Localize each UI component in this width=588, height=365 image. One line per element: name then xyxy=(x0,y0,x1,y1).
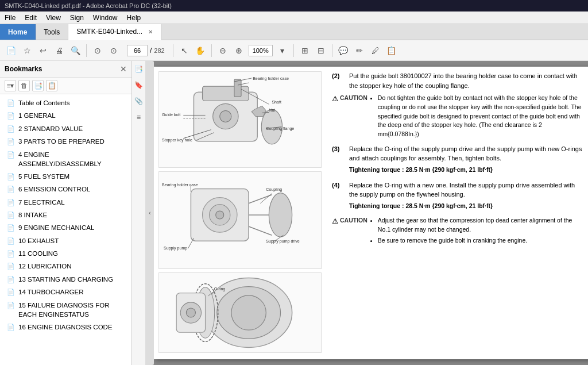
next-page-icon[interactable]: ⊙ xyxy=(107,44,120,57)
sidebar-item-16[interactable]: 📄 16 ENGINE DIAGNOSIS CODE xyxy=(0,321,131,333)
menu-edit[interactable]: Edit xyxy=(25,14,37,22)
menu-help[interactable]: Help xyxy=(127,14,141,22)
tab-home-label: Home xyxy=(8,28,27,36)
sidebar-item-12[interactable]: 📄 12 LUBRICATION xyxy=(0,260,131,272)
comment-icon[interactable]: 💬 xyxy=(337,44,350,57)
toolbar-sep-3 xyxy=(211,44,212,57)
toolbar: 📄 ☆ ↩ 🖨 🔍 ⊙ ⊙ / 282 ↖ ✋ ⊖ ⊕ ▾ ⊞ ⊟ 💬 ✏ 🖊 … xyxy=(0,40,588,61)
caution-1-icon: ⚠ xyxy=(332,94,338,104)
bookmark-icon-12: 📄 xyxy=(7,262,15,271)
sidebar-item-6[interactable]: 📄 6 EMISSION CONTROL xyxy=(0,183,131,195)
stamp-icon[interactable]: 📋 xyxy=(385,44,398,57)
sidebar-delete-btn[interactable]: 🗑 xyxy=(18,80,30,91)
menu-view[interactable]: View xyxy=(46,14,61,22)
zoom-in-btn-icon[interactable]: ⊕ xyxy=(233,44,245,57)
bookmark-icon-8: 📄 xyxy=(7,211,15,220)
sidebar-item-2[interactable]: 📄 2 STANDARD VALUE xyxy=(0,122,131,135)
sidebar-item-5[interactable]: 📄 5 FUEL SYSTEM xyxy=(0,170,131,183)
svg-line-26 xyxy=(249,195,272,203)
sidebar-item-7-label: 7 ELECTRICAL xyxy=(18,198,127,207)
sidebar-item-3-label: 3 PARTS TO BE PREPARED xyxy=(18,137,127,146)
zoom-input[interactable] xyxy=(249,45,273,56)
svg-point-45 xyxy=(186,308,195,317)
cursor-tool-icon[interactable]: ↖ xyxy=(178,44,191,57)
bookmark-icon-15: 📄 xyxy=(7,301,15,310)
sidebar-item-8[interactable]: 📄 8 INTAKE xyxy=(0,209,131,221)
page-nav: / 282 xyxy=(127,45,165,56)
pen-icon[interactable]: ✏ xyxy=(353,44,366,57)
bookmark-icon-7: 📄 xyxy=(7,198,15,207)
fit-page-icon[interactable]: ⊞ xyxy=(299,44,311,57)
sidebar-item-9[interactable]: 📄 9 ENGINE MECHANICAL xyxy=(0,221,131,234)
diagram-3-svg: O-ring xyxy=(159,273,321,352)
svg-text:Supply pump drive: Supply pump drive xyxy=(266,239,299,244)
tab-pdf[interactable]: SMTK-E040-Linked... ✕ xyxy=(68,24,161,40)
zoom-out-icon[interactable]: ⊖ xyxy=(216,44,229,57)
toolbar-sep-5 xyxy=(332,44,332,57)
sidebar-collapse-handle[interactable]: ‹ xyxy=(146,61,154,365)
panel-pages-icon[interactable]: 📑 xyxy=(133,63,145,75)
hand-tool-icon[interactable]: ✋ xyxy=(194,44,207,57)
step-3-block: (3) Replace the O-ring of the supply pum… xyxy=(332,144,585,177)
menu-sign[interactable]: Sign xyxy=(70,14,84,22)
tab-tools[interactable]: Tools xyxy=(36,24,68,40)
panel-layers-icon[interactable]: ≡ xyxy=(133,112,145,123)
menu-file[interactable]: File xyxy=(5,14,16,22)
sidebar-item-1[interactable]: 📄 1 GENERAL xyxy=(0,109,131,122)
svg-text:Bearing holder case: Bearing holder case xyxy=(253,76,289,81)
sidebar-item-7[interactable]: 📄 7 ELECTRICAL xyxy=(0,196,131,209)
sidebar-item-3[interactable]: 📄 3 PARTS TO BE PREPARED xyxy=(0,135,131,148)
sidebar-item-13[interactable]: 📄 13 STARTING AND CHARGING xyxy=(0,273,131,286)
bookmark-icon-10: 📄 xyxy=(7,237,15,245)
fit-width-icon[interactable]: ⊟ xyxy=(315,44,327,57)
pdf-area[interactable]: Bearing holder case Shaft Guide bolt Nut… xyxy=(154,61,588,365)
sidebar-item-4[interactable]: 📄 4 ENGINE ASSEMBLY/DISASSEMBLY xyxy=(0,148,131,170)
sidebar-item-11-label: 11 COOLING xyxy=(18,249,127,258)
tab-home[interactable]: Home xyxy=(0,24,36,40)
caution-1-block: ⚠ CAUTION Do not tighten the guide bolt … xyxy=(332,94,585,141)
sidebar-list: 📄 Table of Contents 📄 1 GENERAL 📄 2 STAN… xyxy=(0,94,131,365)
text-column: (2) Put the guide bolt 380100027 into th… xyxy=(326,67,588,359)
sidebar-close-icon[interactable]: ✕ xyxy=(120,64,127,74)
zoom-dropdown-icon[interactable]: ▾ xyxy=(276,44,289,57)
sidebar-item-toc[interactable]: 📄 Table of Contents xyxy=(0,97,131,109)
sidebar-item-11[interactable]: 📄 11 COOLING xyxy=(0,247,131,260)
sidebar-item-6-label: 6 EMISSION CONTROL xyxy=(18,185,127,194)
toolbar-sep-4 xyxy=(293,44,294,57)
zoom-in-icon[interactable]: 🔍 xyxy=(69,44,82,57)
highlight-icon[interactable]: 🖊 xyxy=(369,44,382,57)
bookmark-icon[interactable]: ☆ xyxy=(21,44,33,57)
sidebar-item-15[interactable]: 📄 15 FAILURE DIAGNOSIS FOR EACH ENGINEST… xyxy=(0,299,131,321)
menu-window[interactable]: Window xyxy=(93,14,118,22)
new-file-icon[interactable]: 📄 xyxy=(5,44,17,57)
sidebar-menu-btn[interactable]: ≡▾ xyxy=(5,80,16,91)
sidebar-properties-btn[interactable]: 📋 xyxy=(46,80,57,91)
sidebar-bookmark-btn[interactable]: 📑 xyxy=(32,80,44,91)
svg-point-40 xyxy=(231,295,266,330)
tab-close-icon[interactable]: ✕ xyxy=(148,29,153,35)
svg-text:Guide bolt: Guide bolt xyxy=(162,113,180,117)
pdf-page: Bearing holder case Shaft Guide bolt Nut… xyxy=(154,67,588,359)
sidebar-item-10-label: 10 EXHAUST xyxy=(18,236,127,245)
sidebar-item-14[interactable]: 📄 14 TURBOCHARGER xyxy=(0,286,131,298)
step-2-block: (2) Put the guide bolt 380100027 into th… xyxy=(332,71,585,90)
panel-bookmarks-icon[interactable]: 🔖 xyxy=(133,79,145,91)
svg-line-28 xyxy=(249,226,272,235)
caution-1-label: ⚠ CAUTION xyxy=(332,94,368,141)
diagram-2-svg: Bearing holder case Coupling Supply pump… xyxy=(159,172,321,268)
panel-attachments-icon[interactable]: 📎 xyxy=(133,95,145,107)
tab-pdf-label: SMTK-E040-Linked... xyxy=(76,28,142,36)
svg-rect-2 xyxy=(234,79,241,97)
bookmark-icon-toc: 📄 xyxy=(7,99,15,107)
page-number-input[interactable] xyxy=(127,45,148,56)
page-sep: / xyxy=(150,47,152,55)
sidebar-item-1-label: 1 GENERAL xyxy=(18,111,127,120)
back-icon[interactable]: ↩ xyxy=(37,44,49,57)
print-icon[interactable]: 🖨 xyxy=(53,44,65,57)
caution-1-item-1: Do not tighten the guide bolt by contact… xyxy=(378,94,585,139)
sidebar-item-10[interactable]: 📄 10 EXHAUST xyxy=(0,235,131,247)
page-total: 282 xyxy=(154,47,164,54)
caution-2-icon: ⚠ xyxy=(332,216,338,226)
caution-2-content: Adjust the gear so that the compression … xyxy=(371,216,585,247)
prev-page-icon[interactable]: ⊙ xyxy=(91,44,104,57)
